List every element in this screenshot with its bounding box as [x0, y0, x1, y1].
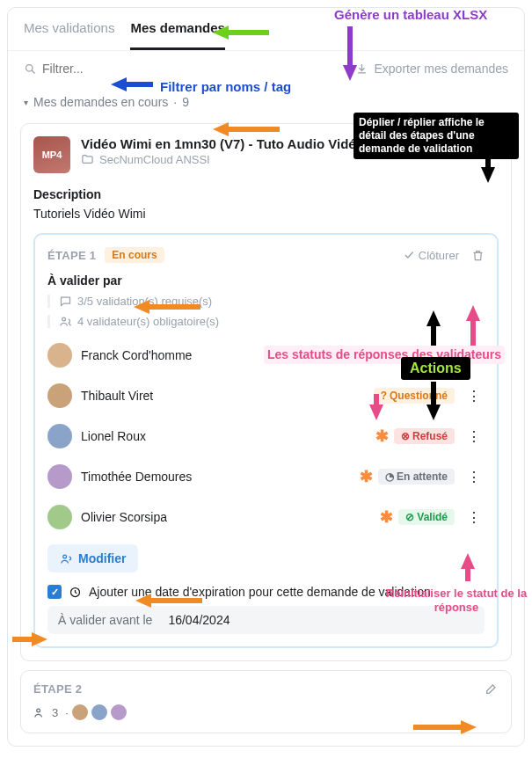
card-folder: SecNumCloud ANSSI — [99, 153, 210, 166]
step2-label: ÉTAPE 2 — [33, 682, 82, 696]
chat-icon — [59, 295, 72, 308]
filter-input[interactable] — [42, 62, 95, 76]
validator-row: Olivier Scorsipa✱⊘Validé⋮ — [47, 497, 485, 537]
avatar — [47, 424, 72, 448]
req-validations: 3/5 validation(s) requise(s) — [77, 295, 212, 308]
expiry-label: Ajouter une date d'expiration pour cette… — [89, 585, 431, 599]
close-step-label: Clôturer — [419, 249, 459, 262]
expiry-date[interactable]: 16/04/2024 — [168, 613, 230, 627]
avatar — [47, 343, 72, 368]
validator-name: Franck Cord'homme — [81, 348, 371, 362]
download-file-icon[interactable] — [437, 136, 451, 150]
description-text: Tutoriels Vidéo Wimi — [33, 207, 499, 221]
add-file-icon[interactable] — [462, 136, 476, 150]
svg-point-3 — [63, 555, 67, 558]
validator-row: Franck Cord'homme✱⊘Validé⋮ — [47, 335, 485, 375]
validator-name: Timothée Demoures — [81, 470, 351, 484]
folder-icon — [81, 153, 94, 166]
validator-menu-icon[interactable]: ⋮ — [463, 509, 485, 526]
chevron-down-icon: ▾ — [24, 98, 28, 107]
tab-validations[interactable]: Mes validations — [24, 20, 114, 50]
validator-row: Lionel Roux✱⊗Refusé⋮ — [47, 416, 485, 456]
search-icon — [24, 62, 37, 76]
avatar — [109, 703, 128, 722]
validator-menu-icon[interactable]: ⋮ — [463, 388, 485, 405]
step-2-box: ÉTAPE 2 3 · — [20, 670, 512, 733]
avatar — [47, 464, 72, 489]
step2-count: 3 — [52, 706, 58, 719]
expiry-checkbox[interactable]: ✓ — [47, 585, 62, 599]
step-1-box: ÉTAPE 1 En cours Clôturer À valider par — [33, 233, 499, 648]
card-title: Vidéo Wimi en 1mn30 (V7) - Tuto Audio Vi… — [81, 136, 426, 151]
file-type-badge: MP4 — [33, 136, 70, 173]
avatar — [47, 383, 72, 408]
step1-label: ÉTAPE 1 — [47, 249, 96, 262]
req-validators: 4 validateur(s) obligatoire(s) — [77, 315, 219, 328]
required-asterisk-icon: ✱ — [380, 507, 393, 527]
required-asterisk-icon: ✱ — [375, 426, 389, 446]
expiry-before-label: À valider avant le — [58, 613, 152, 627]
validator-menu-icon[interactable]: ⋮ — [463, 428, 485, 445]
status-badge: ?Questionné — [374, 388, 455, 404]
avatar — [70, 703, 90, 722]
section-toggle[interactable]: ▾ Mes demandes en cours · 9 — [8, 86, 524, 118]
required-asterisk-icon: ✱ — [380, 346, 393, 365]
export-button[interactable]: Exporter mes demandes — [355, 62, 508, 76]
close-step-button[interactable]: Clôturer — [403, 249, 459, 262]
modify-validators-button[interactable]: Modifier — [47, 544, 138, 572]
validator-name: Lionel Roux — [81, 429, 367, 443]
avatar — [90, 703, 109, 722]
validator-row: Timothée Demoures✱◔En attente⋮ — [47, 456, 485, 497]
description-label: Description — [33, 187, 499, 201]
request-card: MP4 Vidéo Wimi en 1mn30 (V7) - Tuto Audi… — [20, 123, 512, 661]
modify-label: Modifier — [78, 551, 126, 565]
validator-name: Olivier Scorsipa — [81, 510, 371, 524]
svg-point-5 — [37, 709, 40, 712]
users-edit-icon — [60, 552, 73, 565]
validator-menu-icon[interactable]: ⋮ — [463, 347, 485, 364]
status-badge: ⊗Refusé — [394, 428, 455, 444]
step1-status-badge: En cours — [105, 247, 164, 263]
avatar — [47, 505, 72, 529]
users-icon — [59, 315, 72, 328]
section-count: 9 — [182, 95, 189, 109]
users-icon — [33, 706, 47, 719]
validator-menu-icon[interactable]: ⋮ — [463, 469, 485, 485]
status-badge: ◔En attente — [378, 469, 455, 485]
required-asterisk-icon: ✱ — [360, 467, 373, 486]
validator-name: Thibault Viret — [81, 389, 365, 403]
svg-line-1 — [32, 70, 34, 73]
download-icon — [355, 62, 368, 76]
status-badge: ⊘Validé — [398, 347, 455, 363]
validator-row: Thibault Viret?Questionné⋮ — [47, 375, 485, 416]
validate-by-label: À valider par — [47, 273, 485, 288]
edit-step2-icon[interactable] — [485, 682, 499, 696]
section-label: Mes demandes en cours — [33, 95, 168, 109]
status-badge: ⊘Validé — [398, 509, 455, 525]
svg-point-2 — [62, 317, 66, 321]
svg-point-0 — [26, 64, 33, 71]
collapse-icon[interactable] — [486, 136, 499, 150]
delete-step-icon[interactable] — [471, 249, 485, 262]
tab-demandes[interactable]: Mes demandes — [130, 20, 225, 50]
clock-icon — [69, 586, 82, 599]
export-label: Exporter mes demandes — [374, 62, 508, 76]
